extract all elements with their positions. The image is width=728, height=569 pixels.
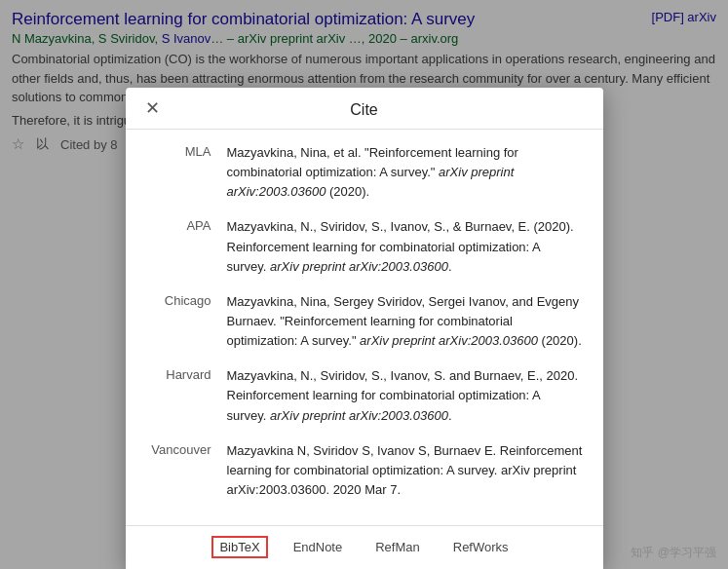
cite-text: Mazyavkina, Nina, et al. "Reinforcement … [227,143,584,202]
close-button[interactable]: ✕ [139,97,166,119]
cite-row: VancouverMazyavkina N, Sviridov S, Ivano… [145,441,584,500]
modal-footer: BibTeXEndNoteRefManRefWorks [126,525,603,569]
cite-style-label: MLA [145,143,211,202]
footer-btn-refworks[interactable]: RefWorks [445,536,517,558]
cite-row: ChicagoMazyavkina, Nina, Sergey Sviridov… [145,292,584,351]
modal-overlay: ✕ Cite MLAMazyavkina, Nina, et al. "Rein… [0,0,728,569]
cite-style-label: Chicago [145,292,211,351]
cite-text: Mazyavkina, N., Sviridov, S., Ivanov, S.… [227,217,584,276]
footer-btn-endnote[interactable]: EndNote [286,536,351,558]
cite-row: HarvardMazyavkina, N., Sviridov, S., Iva… [145,366,584,425]
cite-row: APAMazyavkina, N., Sviridov, S., Ivanov,… [145,217,584,276]
cite-text: Mazyavkina, N., Sviridov, S., Ivanov, S.… [227,366,584,425]
modal-body: MLAMazyavkina, Nina, et al. "Reinforceme… [126,130,603,525]
modal-header: ✕ Cite [126,88,603,130]
cite-text: Mazyavkina, Nina, Sergey Sviridov, Serge… [227,292,584,351]
cite-style-label: Vancouver [145,441,211,500]
cite-modal: ✕ Cite MLAMazyavkina, Nina, et al. "Rein… [126,88,603,569]
watermark: 知乎 @学习平强 [631,545,716,561]
cite-row: MLAMazyavkina, Nina, et al. "Reinforceme… [145,143,584,202]
cite-style-label: APA [145,217,211,276]
modal-title: Cite [350,101,377,119]
cite-style-label: Harvard [145,366,211,425]
footer-btn-refman[interactable]: RefMan [367,536,428,558]
cite-text: Mazyavkina N, Sviridov S, Ivanov S, Burn… [227,441,584,500]
footer-btn-bibtex[interactable]: BibTeX [211,536,267,558]
